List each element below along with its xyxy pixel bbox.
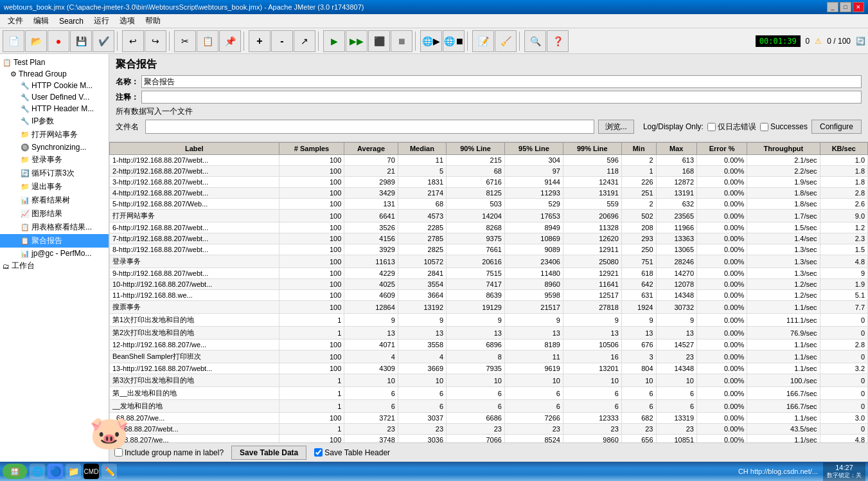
comment-input[interactable] — [141, 91, 862, 104]
data-table-container[interactable]: Label # Samples Average Median 90% Line … — [109, 142, 868, 442]
errors-checkbox-label[interactable]: 仅日志错误 — [707, 122, 756, 132]
table-cell-7-7: 293 — [621, 233, 656, 244]
sidebar-item-ip-params[interactable]: 🔧 IP参数 — [0, 114, 109, 128]
table-cell-8-9: 0.00% — [697, 244, 747, 255]
table-cell-4-3: 68 — [398, 199, 446, 210]
name-input[interactable]: 聚合报告 — [141, 75, 862, 88]
save-table-header-label[interactable]: Save Table Header — [314, 448, 390, 457]
configure-button[interactable]: Configure — [811, 120, 862, 134]
table-cell-15-7: 13 — [621, 327, 656, 340]
remote-start-button[interactable]: 🌐▶ — [420, 30, 442, 52]
table-cell-13-10: 1.1/sec — [747, 301, 820, 314]
sidebar-item-workbench[interactable]: 🗂 工作台 — [0, 259, 109, 273]
taskbar-ie[interactable]: 🌐 — [30, 464, 45, 479]
table-row: 9-http://192.168.88.207/webt...100422928… — [110, 268, 868, 279]
menu-search[interactable]: Search — [54, 15, 89, 27]
remove-button[interactable]: - — [271, 30, 293, 52]
menu-options[interactable]: 选项 — [114, 14, 140, 28]
templates-button[interactable]: 📝 — [472, 30, 494, 52]
browse-button[interactable]: 浏览... — [598, 120, 634, 134]
table-cell-12-1: 100 — [279, 290, 344, 301]
help-button[interactable]: ❓ — [547, 30, 569, 52]
new-button[interactable]: 📄 — [3, 30, 24, 52]
maximize-button[interactable]: □ — [840, 2, 851, 12]
search-icon-button[interactable]: 🔍 — [524, 30, 546, 52]
open-button[interactable]: 📂 — [25, 30, 47, 52]
save-table-header-checkbox[interactable] — [314, 448, 323, 457]
col-min: Min — [621, 143, 656, 155]
taskbar-chrome[interactable]: 🔵 — [48, 464, 63, 479]
jp-gc-label: jp@gc - PerfMo... — [31, 249, 92, 258]
table-cell-11-0: 10-http://192.168.88.207/webt... — [110, 279, 279, 290]
start-button[interactable]: 🪟 — [3, 464, 27, 479]
close-button[interactable]: ✕ — [853, 2, 864, 12]
aggregate-table-label: 用表格察看结果... — [31, 222, 92, 233]
undo-button[interactable]: ↩ — [122, 30, 144, 52]
sidebar-item-graph-results[interactable]: 📈 图形结果 — [0, 207, 109, 221]
table-cell-13-11: 7.7 — [820, 301, 867, 314]
taskbar-files[interactable]: 📁 — [66, 464, 81, 479]
sidebar-item-test-plan[interactable]: 📋 Test Plan — [0, 57, 109, 68]
table-cell-11-3: 3554 — [398, 279, 446, 290]
table-row: _168.88.207/we...10037483036706685249860… — [110, 435, 868, 443]
sidebar-item-jp-gc[interactable]: 📊 jp@gc - PerfMo... — [0, 248, 109, 259]
cut-button[interactable]: ✂ — [174, 30, 196, 52]
table-cell-2-5: 9144 — [504, 177, 563, 188]
table-cell-2-8: 12872 — [656, 177, 697, 188]
sidebar-item-synchronizing[interactable]: 🔘 Synchronizing... — [0, 141, 109, 153]
menu-run[interactable]: 运行 — [89, 14, 114, 28]
successes-checkbox-label[interactable]: Successes — [760, 122, 808, 131]
stop-button[interactable]: ⬛ — [368, 30, 390, 52]
timer-display: 00:01:39 — [756, 35, 801, 47]
redo-button[interactable]: ↪ — [145, 30, 166, 52]
table-cell-5-11: 9.0 — [820, 210, 867, 222]
menu-file[interactable]: 文件 — [3, 14, 28, 28]
sidebar-item-aggregate-report[interactable]: 📋 聚合报告 — [0, 234, 109, 248]
errors-checkbox[interactable] — [707, 123, 716, 131]
successes-checkbox[interactable] — [760, 123, 768, 131]
save-table-data-button[interactable]: Save Table Data — [231, 446, 306, 460]
sidebar-item-user-defined[interactable]: 🔧 User Defined V... — [0, 91, 109, 103]
clear-button[interactable]: 🧹 — [495, 30, 517, 52]
sidebar-item-http-header[interactable]: 🔧 HTTP Header M... — [0, 103, 109, 114]
play-button[interactable]: ▶ — [323, 30, 345, 52]
stop-red[interactable]: ● — [48, 30, 69, 52]
table-cell-18-8: 14348 — [656, 363, 697, 374]
copy-button[interactable]: 📋 — [197, 30, 218, 52]
sidebar-item-aggregate-table[interactable]: 📋 用表格察看结果... — [0, 221, 109, 234]
check-button[interactable]: ✔️ — [93, 30, 114, 52]
table-cell-11-7: 642 — [621, 279, 656, 290]
paste-button[interactable]: 📌 — [219, 30, 241, 52]
sidebar-item-loop-order[interactable]: 🔄 循环订票3次 — [0, 167, 109, 180]
play-no-pause-button[interactable]: ▶▶ — [346, 30, 368, 52]
expand-button[interactable]: ↗ — [294, 30, 315, 52]
minimize-button[interactable]: _ — [827, 2, 838, 12]
sidebar-item-exit[interactable]: 📁 退出事务 — [0, 180, 109, 194]
sidebar-item-view-results[interactable]: 📊 察看结果树 — [0, 194, 109, 207]
sidebar-item-thread-group[interactable]: ⚙ Thread Group — [0, 68, 109, 80]
table-cell-23-9: 0.00% — [697, 424, 747, 435]
taskbar-pen[interactable]: ✏️ — [102, 464, 117, 479]
add-button[interactable]: + — [249, 30, 270, 52]
sidebar-item-http-cookie[interactable]: 🔧 HTTP Cookie M... — [0, 80, 109, 91]
table-cell-8-8: 13065 — [656, 244, 697, 255]
sidebar-item-open-website[interactable]: 📁 打开网站事务 — [0, 128, 109, 141]
user-defined-icon: 🔧 — [21, 93, 30, 102]
save-button[interactable]: 💾 — [70, 30, 92, 52]
table-cell-7-11: 2.3 — [820, 233, 867, 244]
table-cell-1-7: 1 — [621, 166, 656, 177]
menu-edit[interactable]: 编辑 — [28, 14, 54, 28]
table-cell-8-1: 100 — [279, 244, 344, 255]
window-controls: _ □ ✕ — [827, 2, 864, 12]
sidebar-item-login[interactable]: 📁 登录事务 — [0, 153, 109, 167]
table-cell-2-6: 12431 — [563, 177, 621, 188]
file-name-input[interactable] — [145, 120, 594, 134]
table-cell-4-5: 529 — [504, 199, 563, 210]
table-cell-10-10: 1.3/sec — [747, 268, 820, 279]
stop-now-button[interactable]: ⏹ — [391, 30, 412, 52]
table-cell-5-6: 20696 — [563, 210, 621, 222]
menu-help[interactable]: 帮助 — [140, 14, 166, 28]
ip-params-label: IP参数 — [31, 116, 54, 127]
taskbar-cmd[interactable]: CMD — [84, 464, 99, 479]
remote-stop-button[interactable]: 🌐⏹ — [443, 30, 465, 52]
